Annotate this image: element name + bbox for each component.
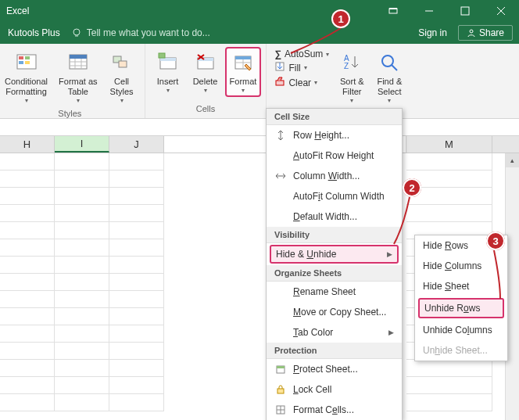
submenu-hide-sheet[interactable]: Hide Sheet: [415, 276, 507, 296]
autosum-button[interactable]: ∑AutoSum▾: [274, 48, 329, 59]
conditional-formatting-button[interactable]: Conditional Formatting ▾: [0, 47, 52, 107]
row-height-icon: [274, 129, 287, 142]
svg-rect-3: [461, 7, 469, 15]
menu-autofit-row-height[interactable]: AutoFit Row Height: [267, 145, 402, 166]
format-as-table-button[interactable]: Format as Table ▾: [54, 47, 102, 107]
submenu-unhide-rows[interactable]: Unhide Rows: [418, 298, 504, 318]
annotation-3: 3: [486, 232, 505, 250]
share-button[interactable]: Share: [458, 25, 513, 41]
menu-lock-cell[interactable]: Lock Cell: [267, 379, 402, 400]
submenu-arrow-icon: ▶: [387, 250, 392, 258]
dropdown-arrow-icon: ▾: [120, 97, 123, 104]
insert-icon: [156, 50, 181, 75]
menu-rename-sheet[interactable]: Rename Sheet: [267, 282, 402, 302]
protect-sheet-icon: [274, 363, 287, 375]
delete-icon: [193, 50, 218, 75]
table-icon: [66, 50, 91, 75]
sort-filter-button[interactable]: AZ Sort & Filter ▾: [334, 47, 370, 107]
format-icon: [231, 50, 256, 75]
dropdown-arrow-icon: ▾: [204, 87, 207, 94]
menu-column-width[interactable]: Column Width...: [267, 166, 402, 186]
ribbon-tabs-bar: Kutools Plus Tell me what you want to do…: [0, 22, 519, 44]
submenu-unhide-columns[interactable]: Unhide Columns: [415, 320, 507, 340]
svg-point-8: [470, 30, 473, 33]
col-header-h[interactable]: H: [0, 136, 55, 153]
menu-section-organize: Organize Sheets: [267, 265, 402, 282]
menu-section-protection: Protection: [267, 343, 402, 359]
maximize-button[interactable]: [447, 0, 483, 22]
svg-rect-11: [25, 56, 30, 59]
svg-rect-10: [19, 56, 23, 59]
annotation-1: 1: [331, 9, 350, 28]
ribbon: Conditional Formatting ▾ Format as Table…: [0, 44, 519, 119]
tell-me-icon: [71, 27, 82, 38]
menu-autofit-column-width[interactable]: AutoFit Column Width: [267, 186, 402, 206]
title-bar: Excel: [0, 0, 519, 22]
find-icon: [377, 50, 402, 75]
sign-in-link[interactable]: Sign in: [407, 27, 458, 38]
lock-icon: [274, 383, 287, 396]
conditional-formatting-icon: [14, 50, 39, 75]
svg-text:Z: Z: [344, 62, 349, 70]
svg-rect-23: [160, 58, 176, 61]
dropdown-arrow-icon: ▾: [242, 87, 245, 94]
format-cells-icon: [274, 404, 287, 416]
clear-icon: [274, 76, 285, 89]
tab-kutools-plus[interactable]: Kutools Plus: [0, 27, 68, 38]
tell-me-input[interactable]: Tell me what you want to do...: [87, 27, 210, 38]
svg-point-37: [382, 56, 393, 66]
formula-bar-area: [0, 119, 519, 136]
menu-format-cells[interactable]: Format Cells...: [267, 400, 402, 420]
menu-move-copy-sheet[interactable]: Move or Copy Sheet...: [267, 302, 402, 322]
svg-rect-34: [276, 81, 284, 85]
submenu-arrow-icon: ▶: [388, 328, 394, 336]
svg-rect-43: [277, 389, 284, 393]
col-header-i[interactable]: I: [55, 136, 109, 153]
menu-tab-color[interactable]: Tab Color ▶: [267, 322, 402, 343]
menu-section-visibility: Visibility: [267, 227, 402, 243]
group-label-styles: Styles: [58, 107, 81, 120]
column-width-icon: [274, 170, 287, 182]
cell-styles-icon: [109, 50, 134, 75]
ribbon-display-options[interactable]: [375, 0, 411, 22]
scroll-up-button[interactable]: ▴: [506, 153, 519, 167]
cell-styles-button[interactable]: Cell Styles ▾: [104, 47, 140, 107]
delete-button[interactable]: Delete ▾: [188, 47, 224, 97]
menu-hide-unhide[interactable]: Hide & Unhide ▶: [270, 245, 399, 264]
dropdown-arrow-icon: ▾: [350, 97, 353, 104]
svg-rect-42: [277, 366, 285, 368]
clear-button[interactable]: Clear▾: [274, 76, 329, 89]
fill-button[interactable]: Fill▾: [274, 61, 329, 74]
column-headers: H I J M: [0, 136, 519, 153]
annotation-2: 2: [403, 178, 421, 197]
find-select-button[interactable]: Find & Select ▾: [371, 47, 407, 107]
svg-point-6: [73, 29, 80, 35]
col-header-j[interactable]: J: [109, 136, 164, 153]
insert-button[interactable]: Insert ▾: [150, 47, 186, 97]
share-label: Share: [479, 27, 504, 38]
dropdown-arrow-icon: ▾: [388, 97, 391, 104]
svg-rect-15: [70, 55, 87, 59]
minimize-button[interactable]: [411, 0, 447, 22]
sort-filter-icon: AZ: [339, 50, 364, 75]
svg-rect-24: [159, 53, 165, 58]
app-title: Excel: [0, 5, 29, 16]
menu-default-width[interactable]: Default Width...: [267, 206, 402, 227]
menu-row-height[interactable]: Row Height...: [267, 125, 402, 145]
svg-rect-30: [235, 56, 251, 59]
close-button[interactable]: [483, 0, 519, 22]
submenu-unhide-sheet: Unhide Sheet...: [415, 340, 507, 361]
col-header-m[interactable]: M: [406, 136, 492, 153]
fill-icon: [274, 61, 285, 74]
menu-protect-sheet[interactable]: Protect Sheet...: [267, 359, 402, 379]
svg-rect-12: [19, 61, 23, 64]
group-label-cells: Cells: [196, 102, 215, 115]
share-icon: [467, 28, 476, 38]
submenu-hide-columns[interactable]: Hide Columns: [415, 256, 507, 276]
dropdown-arrow-icon: ▾: [77, 97, 80, 104]
format-button[interactable]: Format ▾: [225, 47, 262, 97]
menu-section-cell-size: Cell Size: [267, 109, 402, 125]
hide-unhide-submenu: Hide Rows Hide Columns Hide Sheet Unhide…: [414, 235, 508, 361]
svg-rect-21: [119, 61, 127, 67]
format-menu: Cell Size Row Height... AutoFit Row Heig…: [266, 108, 403, 420]
